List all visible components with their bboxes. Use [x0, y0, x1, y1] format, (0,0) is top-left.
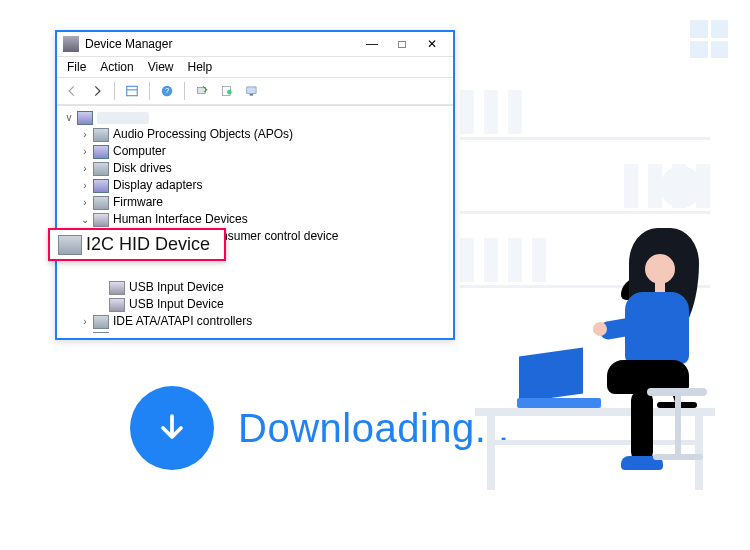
close-button[interactable]: ✕	[417, 33, 447, 55]
tree-item[interactable]: ›Keyboards	[63, 330, 447, 333]
tree-item[interactable]: ›Audio Processing Objects (APOs)	[63, 126, 447, 143]
hid-icon	[93, 213, 109, 227]
back-button[interactable]	[61, 81, 83, 101]
tree-item-label: USB Input Device	[129, 279, 224, 296]
dev-icon	[93, 162, 109, 176]
window-title: Device Manager	[85, 37, 172, 51]
maximize-button[interactable]: □	[387, 33, 417, 55]
tree-item-label: Display adapters	[113, 177, 202, 194]
download-arrow-icon	[154, 410, 190, 446]
download-button[interactable]	[130, 386, 214, 470]
expand-caret-icon[interactable]: ›	[79, 143, 91, 160]
expand-caret-icon[interactable]: ›	[79, 194, 91, 211]
tree-item-label: Disk drives	[113, 160, 172, 177]
minimize-button[interactable]: —	[357, 33, 387, 55]
dev-icon	[93, 128, 109, 142]
tree-item-label: Audio Processing Objects (APOs)	[113, 126, 293, 143]
menu-action[interactable]: Action	[100, 60, 133, 74]
help-button[interactable]: ?	[156, 81, 178, 101]
computer-name-blurred	[97, 112, 149, 124]
svg-rect-4	[197, 88, 205, 94]
dev-icon	[93, 315, 109, 329]
expand-caret-icon[interactable]: ›	[79, 330, 91, 333]
tree-item[interactable]: ›Disk drives	[63, 160, 447, 177]
expand-caret-icon[interactable]: ›	[79, 313, 91, 330]
hid-icon	[109, 281, 125, 295]
forward-button[interactable]	[86, 81, 108, 101]
menu-file[interactable]: File	[67, 60, 86, 74]
tree-item[interactable]: USB Input Device	[63, 279, 447, 296]
windows-logo-icon	[690, 20, 728, 58]
i2c-hid-callout: I2C HID Device	[48, 228, 226, 261]
tree-item[interactable]: ›IDE ATA/ATAPI controllers	[63, 313, 447, 330]
tree-item[interactable]: ›Computer	[63, 143, 447, 160]
expand-caret-icon[interactable]: ›	[79, 160, 91, 177]
tree-item-label: Firmware	[113, 194, 163, 211]
svg-rect-0	[127, 86, 138, 95]
tree-item-label: Computer	[113, 143, 166, 160]
person-illustration	[571, 210, 711, 490]
pc-icon	[93, 179, 109, 193]
menubar: File Action View Help	[57, 56, 453, 77]
monitor-button[interactable]	[241, 81, 263, 101]
hid-device-icon	[58, 235, 82, 255]
device-tree: v ›Audio Processing Objects (APOs)›Compu…	[57, 105, 453, 333]
svg-rect-7	[247, 87, 256, 93]
menu-help[interactable]: Help	[188, 60, 213, 74]
expand-caret-icon[interactable]: ⌄	[79, 211, 91, 228]
menu-view[interactable]: View	[148, 60, 174, 74]
tree-item[interactable]: ›Firmware	[63, 194, 447, 211]
dev-icon	[93, 332, 109, 334]
scan-hardware-button[interactable]	[191, 81, 213, 101]
toolbar: ?	[57, 77, 453, 105]
tree-item[interactable]: ›Display adapters	[63, 177, 447, 194]
tree-item-label: Human Interface Devices	[113, 211, 248, 228]
illustration-scene	[425, 210, 715, 490]
properties-button[interactable]	[216, 81, 238, 101]
svg-point-6	[227, 90, 232, 95]
device-manager-window: Device Manager — □ ✕ File Action View He…	[55, 30, 455, 340]
dev-icon	[93, 196, 109, 210]
device-manager-icon	[63, 36, 79, 52]
tree-item-label: Keyboards	[113, 330, 170, 333]
tree-item[interactable]: ⌄Human Interface Devices	[63, 211, 447, 228]
show-tree-button[interactable]	[121, 81, 143, 101]
tree-item[interactable]: USB Input Device	[63, 296, 447, 313]
svg-text:?: ?	[165, 86, 169, 95]
expand-caret-icon[interactable]: ›	[79, 177, 91, 194]
hid-icon	[109, 298, 125, 312]
tree-item-label: IDE ATA/ATAPI controllers	[113, 313, 252, 330]
pc-icon	[93, 145, 109, 159]
tree-item-label: USB Input Device	[129, 296, 224, 313]
svg-rect-8	[250, 94, 254, 96]
callout-label: I2C HID Device	[86, 234, 210, 255]
expand-caret-icon[interactable]: ›	[79, 126, 91, 143]
tree-root[interactable]: v	[63, 109, 447, 126]
titlebar[interactable]: Device Manager — □ ✕	[57, 32, 453, 56]
